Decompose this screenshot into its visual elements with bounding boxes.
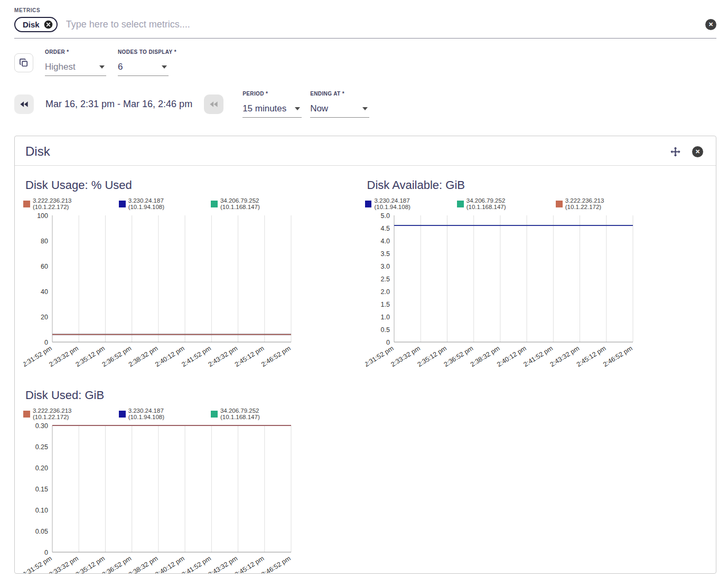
y-tick-label: 1.0 <box>380 314 389 321</box>
period-label: PERIOD * <box>242 91 302 97</box>
x-tick-label: 2:45:12 pm <box>234 555 265 574</box>
legend-label: 34.206.79.252 (10.1.168.147) <box>220 197 300 210</box>
chart-title: Disk Usage: % Used <box>25 178 300 192</box>
legend-label: 3.222.236.213 (10.1.22.172) <box>33 197 109 210</box>
order-label: ORDER * <box>45 49 106 55</box>
chart-plot-area[interactable]: 00.51.01.52.02.53.03.54.04.55.02:31:52 p… <box>365 211 640 379</box>
x-tick-label: 2:45:12 pm <box>575 345 606 368</box>
clear-metrics-icon[interactable]: ✕ <box>705 19 716 30</box>
chevron-down-icon <box>295 107 300 110</box>
fast-forward-button[interactable] <box>204 94 223 114</box>
legend-item[interactable]: 3.230.24.187 (10.1.94.108) <box>119 408 201 420</box>
fast-forward-icon <box>209 99 219 109</box>
legend-swatch <box>23 411 30 418</box>
metrics-dashboard: METRICS Disk ✕ ORDER * Highest <box>0 0 728 578</box>
y-tick-label: 100 <box>37 212 48 220</box>
legend-item[interactable]: 3.222.236.213 (10.1.22.172) <box>23 197 109 210</box>
x-tick-label: 2:43:32 pm <box>207 555 239 574</box>
x-tick-label: 2:38:32 pm <box>127 345 159 368</box>
legend-swatch <box>365 201 372 207</box>
x-tick-label: 2:45:12 pm <box>234 345 265 368</box>
chart-legend: 3.222.236.213 (10.1.22.172)3.230.24.187 … <box>23 408 300 420</box>
ending-at-field: ENDING AT * Now <box>310 91 369 118</box>
chart-plot-area[interactable]: 0204060801002:31:52 pm2:33:32 pm2:35:12 … <box>23 211 298 379</box>
x-tick-label: 2:31:52 pm <box>365 345 395 368</box>
metrics-label: METRICS <box>14 7 716 13</box>
x-tick-label: 2:40:12 pm <box>154 345 185 368</box>
metrics-select-field[interactable]: Disk ✕ <box>14 17 716 39</box>
legend-swatch <box>211 411 218 418</box>
charts-grid: Disk Usage: % Used 3.222.236.213 (10.1.2… <box>15 166 716 574</box>
panel-title: Disk <box>25 144 50 159</box>
legend-swatch <box>119 411 126 418</box>
legend-item[interactable]: 34.206.79.252 (10.1.168.147) <box>211 408 300 420</box>
y-tick-label: 0 <box>44 549 48 556</box>
chart-disk-used: Disk Used: GiB 3.222.236.213 (10.1.22.17… <box>23 389 300 574</box>
metrics-section: METRICS Disk ✕ <box>14 7 716 39</box>
x-tick-label: 2:36:52 pm <box>101 345 133 368</box>
period-select[interactable]: 15 minutes <box>242 100 302 118</box>
x-tick-label: 2:43:32 pm <box>207 345 239 368</box>
legend-label: 3.230.24.187 (10.1.94.108) <box>128 408 201 420</box>
chart-plot-area[interactable]: 00.050.100.150.200.250.302:31:52 pm2:33:… <box>23 421 298 574</box>
chart-disk-available: Disk Available: GiB 3.230.24.187 (10.1.9… <box>365 178 642 379</box>
y-tick-label: 2.0 <box>380 288 389 296</box>
x-tick-label: 2:40:12 pm <box>154 555 185 574</box>
y-tick-label: 0 <box>386 339 390 346</box>
chart-disk-usage: Disk Usage: % Used 3.222.236.213 (10.1.2… <box>23 178 300 379</box>
legend-item[interactable]: 3.230.24.187 (10.1.94.108) <box>119 197 201 210</box>
ending-at-select[interactable]: Now <box>310 100 369 118</box>
close-panel-icon[interactable]: ✕ <box>692 146 703 157</box>
x-tick-label: 2:31:52 pm <box>23 555 53 574</box>
y-tick-label: 3.0 <box>380 263 389 270</box>
legend-item[interactable]: 3.222.236.213 (10.1.22.172) <box>556 197 642 210</box>
x-tick-label: 2:46:52 pm <box>602 345 633 368</box>
legend-item[interactable]: 34.206.79.252 (10.1.168.147) <box>457 197 546 210</box>
metric-chip-disk[interactable]: Disk <box>14 17 58 32</box>
metrics-search-input[interactable] <box>66 19 697 30</box>
chart-title: Disk Available: GiB <box>367 178 642 192</box>
chart-legend: 3.222.236.213 (10.1.22.172)3.230.24.187 … <box>23 197 300 210</box>
y-tick-label: 3.5 <box>380 250 389 258</box>
duplicate-button[interactable] <box>14 53 33 72</box>
controls-row-time: Mar 16, 2:31 pm - Mar 16, 2:46 pm PERIOD… <box>14 91 716 118</box>
y-tick-label: 0.30 <box>35 422 48 430</box>
x-tick-label: 2:33:32 pm <box>48 345 79 368</box>
chevron-down-icon <box>362 107 368 110</box>
y-tick-label: 40 <box>41 288 48 296</box>
y-tick-label: 4.0 <box>380 238 389 245</box>
legend-item[interactable]: 3.230.24.187 (10.1.94.108) <box>365 197 447 210</box>
legend-swatch <box>23 201 30 207</box>
order-select[interactable]: Highest <box>45 58 106 76</box>
x-tick-label: 2:35:12 pm <box>416 345 447 368</box>
legend-swatch <box>556 201 563 207</box>
x-tick-label: 2:38:32 pm <box>127 555 159 574</box>
legend-item[interactable]: 34.206.79.252 (10.1.168.147) <box>211 197 300 210</box>
rewind-button[interactable] <box>14 94 34 114</box>
x-tick-label: 2:33:32 pm <box>389 345 421 368</box>
disk-panel: Disk ✕ Disk Usage: % Used 3.222.236.213 … <box>14 136 716 574</box>
y-tick-label: 0.10 <box>35 507 48 514</box>
y-tick-label: 0.25 <box>35 443 48 451</box>
y-tick-label: 0.05 <box>35 528 48 535</box>
y-tick-label: 0.15 <box>35 486 48 493</box>
nodes-select[interactable]: 6 <box>118 58 169 76</box>
legend-item[interactable]: 3.222.236.213 (10.1.22.172) <box>23 408 109 420</box>
chip-remove-icon[interactable] <box>44 20 53 29</box>
y-tick-label: 20 <box>41 314 48 321</box>
y-tick-label: 0.20 <box>35 465 48 472</box>
x-tick-label: 2:41:52 pm <box>522 345 554 368</box>
legend-label: 3.222.236.213 (10.1.22.172) <box>565 197 642 210</box>
y-tick-label: 2.5 <box>380 276 389 283</box>
x-tick-label: 2:38:32 pm <box>469 345 501 368</box>
legend-swatch <box>119 201 126 207</box>
move-icon[interactable] <box>669 146 682 158</box>
x-tick-label: 2:40:12 pm <box>496 345 527 368</box>
x-tick-label: 2:35:12 pm <box>74 345 106 368</box>
y-tick-label: 60 <box>41 263 48 270</box>
legend-label: 3.230.24.187 (10.1.94.108) <box>128 197 201 210</box>
x-tick-label: 2:43:32 pm <box>548 345 580 368</box>
x-tick-label: 2:46:52 pm <box>260 345 292 368</box>
nodes-label: NODES TO DISPLAY * <box>118 49 176 55</box>
x-tick-label: 2:46:52 pm <box>260 555 292 574</box>
